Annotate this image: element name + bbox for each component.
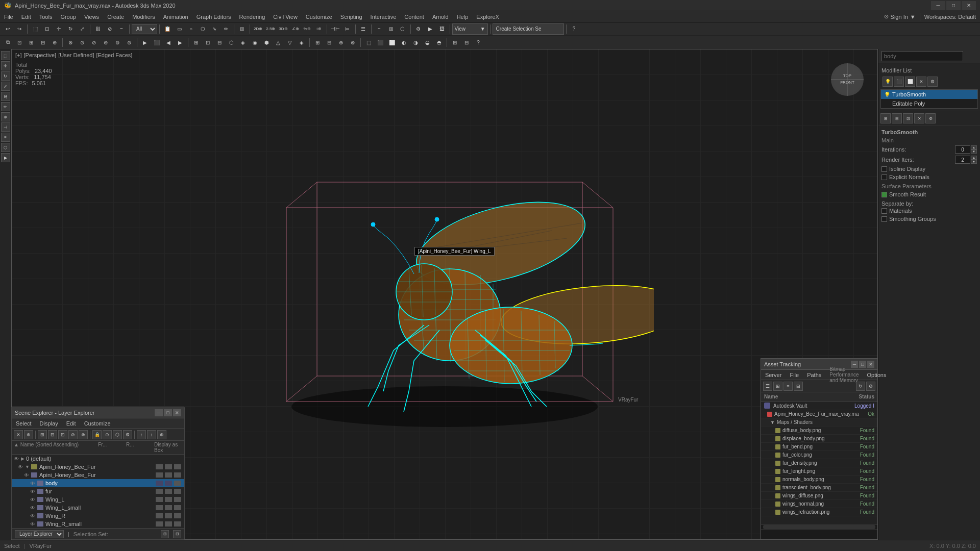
at-menu-paths[interactable]: Paths — [803, 371, 825, 379]
menu-rendering[interactable]: Rendering — [235, 13, 270, 21]
at-menu-options[interactable]: Options — [863, 371, 891, 379]
select-by-name-button[interactable]: 📋 — [162, 23, 173, 35]
help-button[interactable]: ? — [569, 23, 580, 35]
fence-select-button[interactable]: ⬡ — [197, 23, 208, 35]
se-tb-1[interactable]: ✕ — [14, 430, 23, 439]
tb2-more10[interactable]: ◈ — [296, 37, 307, 48]
mod-icon-4[interactable]: ✕ — [914, 113, 924, 123]
menu-graph-editors[interactable]: Graph Editors — [192, 13, 235, 21]
tb2-btn6[interactable]: ⊗ — [65, 37, 76, 48]
mod-icon-1[interactable]: ⊞ — [880, 113, 891, 123]
at-item-wings-refraction[interactable]: wings_refraction.png Found — [761, 508, 877, 516]
object-search-input[interactable] — [881, 51, 963, 61]
snap-3d-button[interactable]: 3D⊕ — [277, 23, 289, 35]
material-editor-button[interactable]: ⬡ — [397, 23, 408, 35]
se-item-wing-r-small[interactable]: 👁 Wing_R_small — [12, 520, 184, 528]
at-tb-details[interactable]: ≡ — [783, 382, 793, 391]
tb2-next[interactable]: ▶ — [175, 37, 186, 48]
at-item-wings-diffuse[interactable]: wings_diffuse.png Found — [761, 492, 877, 500]
create-selection-set-input[interactable]: Create Selection Se — [493, 23, 564, 35]
rect-select-button[interactable]: ▭ — [174, 23, 185, 35]
nav-cube[interactable]: TOP FRONT — [827, 59, 868, 100]
menu-animation[interactable]: Animation — [159, 13, 192, 21]
window-crossing-button[interactable]: ⊞ — [236, 23, 248, 35]
tb2-btn4[interactable]: ⊟ — [37, 37, 48, 48]
at-item-main-file[interactable]: Apini_Honey_Bee_Fur_max_vray.ma Ok — [761, 410, 877, 418]
view-dropdown[interactable]: View ▼ — [452, 23, 488, 35]
tb2-stop[interactable]: ⬛ — [151, 37, 162, 48]
at-item-fur-density[interactable]: fur_density.png Found — [761, 459, 877, 467]
menu-edit[interactable]: Edit — [17, 13, 35, 21]
lt-paint[interactable]: ✏ — [1, 102, 10, 111]
ts-render-iters-down[interactable]: ▼ — [971, 160, 977, 164]
ts-explicit-normals-checkbox[interactable] — [881, 174, 887, 180]
tb2-anim2[interactable]: ⬛ — [375, 37, 386, 48]
se-item-wing-l-small[interactable]: 👁 Wing_L_small — [12, 504, 184, 512]
modifier-editable-poly[interactable]: 💡 Editable Poly — [881, 99, 977, 108]
se-close-button[interactable]: ✕ — [173, 409, 181, 416]
viewport-user-defined[interactable]: [User Defined] — [58, 52, 94, 58]
tb2-btn10[interactable]: ⊚ — [112, 37, 123, 48]
ts-isoline-checkbox[interactable] — [881, 166, 887, 172]
menu-tools[interactable]: Tools — [35, 13, 57, 21]
tb2-more4[interactable]: ⬡ — [226, 37, 237, 48]
at-menu-server[interactable]: Server — [761, 371, 786, 379]
ts-smooth-result-checkbox[interactable] — [881, 192, 887, 197]
tb2-anim5[interactable]: ◑ — [410, 37, 421, 48]
at-menu-file[interactable]: File — [786, 371, 803, 379]
layer-button[interactable]: ☰ — [358, 23, 369, 35]
tb2-geo1[interactable]: ⊞ — [312, 37, 323, 48]
viewport-bracket-plus[interactable]: [+] — [15, 52, 22, 58]
render-frame-button[interactable]: 🖼 — [436, 23, 448, 35]
menu-create[interactable]: Create — [103, 13, 128, 21]
ts-materials-checkbox[interactable] — [881, 208, 887, 214]
menu-explorex[interactable]: ExploreX — [472, 13, 503, 21]
lt-render[interactable]: ▶ — [1, 153, 10, 162]
tb2-more5[interactable]: ◈ — [237, 37, 249, 48]
align-button[interactable]: ⊨ — [342, 23, 353, 35]
ts-iterations-down[interactable]: ▼ — [971, 149, 977, 154]
at-item-fur-length[interactable]: fur_lenght.png Found — [761, 467, 877, 475]
se-item-wing-l[interactable]: 👁 Wing_L — [12, 495, 184, 504]
menu-content[interactable]: Content — [400, 13, 428, 21]
tb2-anim4[interactable]: ◐ — [398, 37, 409, 48]
ts-iterations-input[interactable] — [955, 145, 970, 154]
se-item-bee-group[interactable]: 👁 ▼ Apini_Honey_Bee_Fur — [12, 463, 184, 471]
se-item-body[interactable]: 👁 body — [12, 479, 184, 487]
ts-render-iters-input[interactable] — [955, 156, 970, 164]
at-item-fur-bend[interactable]: fur_bend.png Found — [761, 443, 877, 451]
scale-button[interactable]: ⤢ — [77, 23, 88, 35]
tb2-more3[interactable]: ⊟ — [214, 37, 225, 48]
se-tb-6[interactable]: ⊘ — [68, 430, 78, 439]
tb2-anim3[interactable]: ⬜ — [386, 37, 398, 48]
mod-icon-5[interactable]: ⚙ — [925, 113, 936, 123]
tb2-env3[interactable]: ? — [473, 37, 484, 48]
tb2-anim7[interactable]: ◓ — [433, 37, 445, 48]
angle-snap-button[interactable]: ∠⊕ — [290, 23, 301, 35]
paint-select-button[interactable]: ✏ — [220, 23, 232, 35]
tb2-env1[interactable]: ⊞ — [449, 37, 460, 48]
viewport-edged-faces[interactable]: [Edged Faces] — [96, 52, 132, 58]
spinner-snap-button[interactable]: ↕⊕ — [313, 23, 325, 35]
at-item-diffuse-body[interactable]: diffuse_body.png Found — [761, 427, 877, 435]
ts-render-iters-up[interactable]: ▲ — [971, 156, 977, 160]
se-tb-5[interactable]: ⊡ — [58, 430, 67, 439]
tb2-more9[interactable]: ▽ — [284, 37, 296, 48]
rotate-button[interactable]: ↻ — [65, 23, 76, 35]
se-tb-9[interactable]: ⊙ — [103, 430, 112, 439]
tb2-anim6[interactable]: ◒ — [422, 37, 433, 48]
menu-civil-view[interactable]: Civil View — [269, 13, 301, 21]
maximize-button[interactable]: □ — [946, 1, 961, 10]
circle-select-button[interactable]: ○ — [185, 23, 197, 35]
lt-mirror[interactable]: ⊣ — [1, 122, 10, 132]
se-footer-btn2[interactable]: ⊟ — [173, 530, 181, 538]
select-filter-dropdown[interactable]: All — [132, 24, 157, 34]
at-item-displace-body[interactable]: displace_body.png Found — [761, 435, 877, 443]
menu-modifiers[interactable]: Modifiers — [128, 13, 159, 21]
percent-snap-button[interactable]: %⊕ — [302, 23, 313, 35]
at-tb-refresh[interactable]: ↻ — [856, 382, 865, 391]
sign-in-area[interactable]: ⊙ Sign In ▼ — [880, 12, 920, 21]
schematic-view-button[interactable]: ⊞ — [385, 23, 397, 35]
lasso-select-button[interactable]: ∿ — [209, 23, 220, 35]
link-button[interactable]: ⛓ — [92, 23, 104, 35]
